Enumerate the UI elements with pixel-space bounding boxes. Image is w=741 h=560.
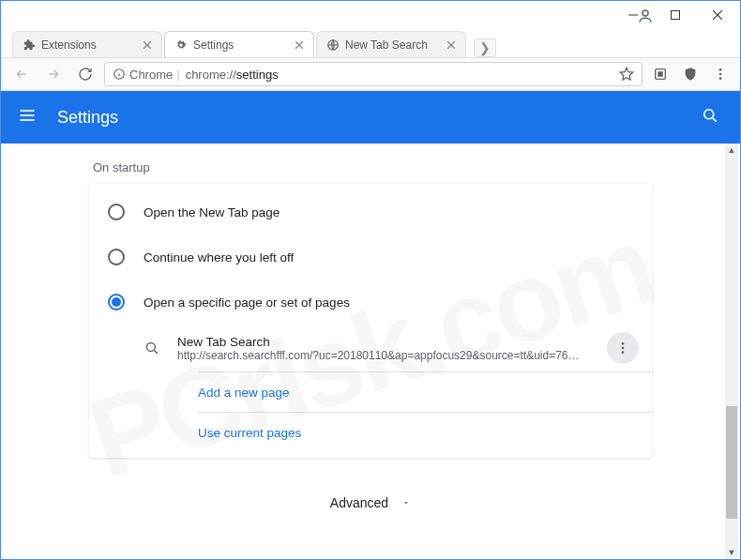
tab-close-icon[interactable] [141,38,154,52]
close-button[interactable] [696,2,738,28]
gear-icon [174,38,188,52]
scrollbar-thumb[interactable] [726,406,737,519]
shield-icon[interactable] [678,62,703,86]
url-scheme: chrome:// [186,68,236,82]
option-label: Open a specific page or set of pages [144,295,350,310]
scroll-up-icon[interactable]: ▲ [725,144,738,157]
option-continue[interactable]: Continue where you left off [89,235,652,280]
page-title: Settings [57,108,701,128]
site-info-icon[interactable]: Chrome | [113,68,180,82]
advanced-toggle[interactable]: Advanced [330,495,411,510]
maximize-button[interactable] [654,2,696,28]
back-button[interactable] [8,61,35,87]
radio-icon[interactable] [108,294,125,310]
window-titlebar [1,1,740,29]
search-icon [144,340,160,356]
startup-card: Open the New Tab page Continue where you… [89,184,652,458]
add-page-link[interactable]: Add a new page [198,386,290,400]
page-title: New Tab Search [177,335,607,349]
svg-line-23 [713,118,717,122]
address-bar: Chrome | chrome://settings [1,57,740,91]
tab-label: Settings [193,38,289,52]
profile-icon[interactable] [637,8,654,24]
svg-point-24 [146,342,155,351]
page-url: http://search.searchfff.com/?uc=20180110… [177,349,581,362]
globe-icon [326,38,340,52]
svg-point-22 [704,110,714,119]
settings-header: Settings [1,91,740,144]
section-label: On startup [89,160,652,174]
forward-button[interactable] [40,61,67,87]
option-label: Open the New Tab page [144,205,280,219]
svg-point-26 [622,342,625,345]
use-current-pages-link[interactable]: Use current pages [198,426,301,440]
puzzle-icon [23,38,36,52]
scrollbar[interactable]: ▲ ▼ [725,144,738,559]
tab-close-icon[interactable] [445,38,458,52]
secure-label: Chrome [129,68,173,82]
svg-point-17 [719,73,722,76]
radio-icon[interactable] [108,204,125,220]
tab-new-tab-search[interactable]: New Tab Search [316,31,466,57]
svg-point-0 [643,10,648,16]
omnibox[interactable]: Chrome | chrome://settings [104,62,643,86]
startup-page-row: New Tab Search http://search.searchfff.c… [144,325,652,371]
scroll-down-icon[interactable]: ▼ [725,546,738,559]
tab-label: New Tab Search [345,38,441,52]
more-actions-button[interactable] [607,332,639,364]
tab-settings[interactable]: Settings [164,31,314,57]
svg-rect-2 [671,11,679,20]
bookmark-star-icon[interactable] [619,67,634,82]
svg-point-16 [719,68,722,71]
advanced-label: Advanced [330,495,388,510]
content-area: PCrisk.com On startup Open the New Tab p… [1,144,740,559]
extension-icon[interactable] [648,62,673,86]
url-path: settings [236,68,279,82]
new-tab-button[interactable]: ❯ [474,38,496,57]
hamburger-icon[interactable] [18,106,40,129]
startup-pages: New Tab Search http://search.searchfff.c… [89,325,652,452]
option-open-new-tab[interactable]: Open the New Tab page [89,189,652,235]
chevron-down-icon [401,498,411,507]
tab-close-icon[interactable] [293,38,306,52]
menu-icon[interactable] [708,62,733,86]
svg-point-28 [622,351,625,354]
tab-strip: Extensions Settings New Tab Search ❯ [1,29,740,57]
option-label: Continue where you left off [144,250,294,265]
svg-point-18 [719,77,722,80]
tab-extensions[interactable]: Extensions [12,31,162,57]
svg-point-27 [622,347,625,350]
svg-line-25 [154,350,158,354]
reload-button[interactable] [72,61,98,87]
search-icon[interactable] [701,106,723,129]
tab-label: Extensions [41,38,137,52]
option-specific-pages[interactable]: Open a specific page or set of pages [89,280,652,325]
radio-icon[interactable] [108,249,125,265]
